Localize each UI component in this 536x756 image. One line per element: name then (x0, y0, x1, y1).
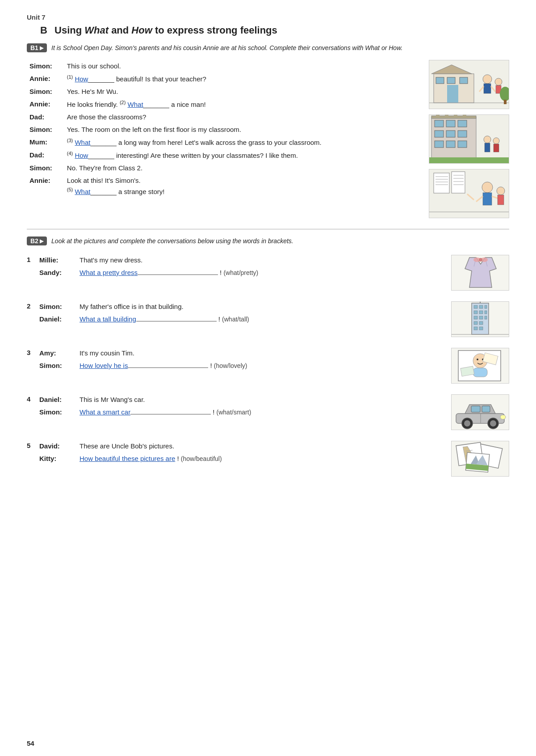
svg-point-48 (482, 182, 493, 193)
unit-label: Unit 7 (27, 13, 509, 21)
dialogue-row: Dad: Are those the classrooms? (27, 111, 411, 123)
ex-speaker-daniel: Daniel: (39, 315, 80, 323)
section-divider (27, 229, 509, 229)
svg-point-82 (477, 359, 478, 360)
title-text: Using What and How to express strong fee… (54, 25, 277, 36)
ex-row-2a: Simon: My father's office is in that bui… (39, 301, 442, 312)
ex-speaker-simon2: Simon: (39, 303, 80, 310)
dialogue-row: Annie: He looks friendly. (2) What______… (27, 98, 411, 111)
b1-section: B1▶ It is School Open Day. Simon's paren… (27, 43, 509, 53)
illustration-baby (451, 348, 509, 384)
dialogue-row: Annie: Look at this! It's Simon's.(5) Wh… (27, 174, 411, 198)
exercise-3: 3 Amy: It's my cousin Tim. Simon: How lo… (27, 348, 509, 384)
b2-badge: B2▶ (27, 237, 47, 245)
svg-rect-74 (479, 321, 483, 325)
b1-content: Simon: This is our school. Annie: (1) Ho… (27, 60, 509, 218)
b2-section-header: B2▶ Look at the pictures and complete th… (27, 237, 509, 246)
ex-speaker-millie: Millie: (39, 256, 80, 264)
answer-2: What (128, 101, 143, 108)
svg-rect-24 (435, 141, 444, 148)
svg-rect-19 (446, 120, 455, 127)
ex-speaker-amy: Amy: (39, 349, 80, 357)
svg-rect-66 (485, 305, 487, 308)
ex-number-4: 4 (27, 394, 39, 403)
dialogue-section: Simon: This is our school. Annie: (1) Ho… (27, 60, 411, 218)
speaker-annie3: Annie: (27, 174, 64, 198)
svg-rect-65 (479, 305, 483, 308)
illustration-school (429, 60, 509, 109)
svg-rect-49 (483, 193, 492, 205)
svg-rect-29 (445, 115, 448, 117)
svg-rect-33 (485, 143, 490, 152)
ex-row-2b: Daniel: What a tall building! (what/tall… (39, 314, 442, 325)
line-simon1: This is our school. (64, 60, 411, 72)
section-b-title: B Using What and How to express strong f… (27, 25, 509, 36)
svg-rect-69 (485, 311, 487, 314)
ex-row-1a: Millie: That's my new dress. (39, 255, 442, 266)
ex-speaker-simon3: Simon: (39, 362, 80, 369)
svg-point-11 (495, 78, 502, 85)
ex-speaker-simon4: Simon: (39, 408, 80, 416)
line-annie1: (1) How_______ beautiful! Is that your t… (64, 72, 411, 85)
b2-instruction: Look at the pictures and complete the co… (51, 237, 293, 245)
svg-rect-4 (447, 77, 455, 84)
ex-speaker-kitty: Kitty: (39, 455, 80, 462)
dialogue-row: Dad: (4) How_______ interesting! Are the… (27, 149, 411, 162)
line-simon2: Yes. He's Mr Wu. (64, 85, 411, 98)
ex-row-5a: David: These are Uncle Bob's pictures. (39, 441, 442, 452)
illustrations-b1 (420, 60, 509, 218)
ex-answer-4: What a smart car! (what/smart) (80, 407, 442, 418)
ex-row-3b: Simon: How lovely he is! (how/lovely) (39, 360, 442, 371)
svg-point-34 (493, 138, 499, 144)
ex-line-simon2: My father's office is in that building. (80, 301, 442, 312)
unit-number: 7 (42, 13, 45, 21)
svg-rect-36 (429, 157, 509, 163)
exercise-1: 1 Millie: That's my new dress. Sandy: Wh… (27, 255, 509, 291)
illustration-car (451, 394, 509, 430)
svg-point-53 (497, 187, 505, 195)
svg-point-7 (483, 75, 492, 84)
svg-point-61 (479, 258, 482, 262)
ex-line-amy: It's my cousin Tim. (80, 348, 442, 359)
svg-rect-28 (436, 115, 440, 117)
svg-rect-31 (463, 115, 466, 117)
ex-speaker-sandy: Sandy: (39, 269, 80, 276)
answer-3: What (75, 139, 90, 146)
svg-rect-5 (460, 77, 468, 84)
svg-rect-3 (436, 77, 444, 84)
svg-rect-38 (434, 173, 449, 193)
ex-line-daniel2: This is Mr Wang's car. (80, 394, 442, 405)
dialogue-row: Simon: No. They're from Class 2. (27, 162, 411, 174)
ex-row-3a: Amy: It's my cousin Tim. (39, 348, 442, 359)
svg-rect-54 (498, 195, 504, 205)
line-dad1: Are those the classrooms? (64, 111, 411, 123)
page-number: 54 (27, 739, 34, 747)
line-annie3: Look at this! It's Simon's.(5) What_____… (64, 174, 411, 198)
speaker-simon4: Simon: (27, 162, 64, 174)
speaker-simon2: Simon: (27, 85, 64, 98)
svg-point-32 (484, 136, 491, 143)
svg-rect-22 (446, 131, 455, 137)
dialogue-row: Annie: (1) How_______ beautiful! Is that… (27, 72, 411, 85)
illustration-pictures (451, 441, 509, 477)
exercise-4: 4 Daniel: This is Mr Wang's car. Simon: … (27, 394, 509, 430)
svg-rect-73 (474, 321, 477, 325)
b1-badge: B1▶ (27, 43, 47, 52)
svg-rect-20 (458, 120, 467, 127)
ex-content-5: David: These are Uncle Bob's pictures. K… (39, 441, 442, 466)
svg-rect-67 (474, 311, 477, 314)
speaker-mum: Mum: (27, 136, 64, 149)
b1-instruction: It is School Open Day. Simon's parents a… (51, 44, 402, 51)
exercise-5: 5 David: These are Uncle Bob's pictures.… (27, 441, 509, 477)
illustration-dress (451, 255, 509, 291)
svg-rect-70 (474, 316, 477, 319)
speaker-simon3: Simon: (27, 123, 64, 136)
svg-point-95 (500, 415, 506, 419)
answer-5: What (75, 188, 90, 195)
speaker-dad2: Dad: (27, 149, 64, 162)
svg-rect-23 (458, 131, 467, 137)
svg-rect-21 (435, 131, 444, 137)
svg-rect-35 (494, 144, 499, 152)
svg-rect-75 (474, 327, 477, 330)
dialogue-row: Simon: Yes. He's Mr Wu. (27, 85, 411, 98)
